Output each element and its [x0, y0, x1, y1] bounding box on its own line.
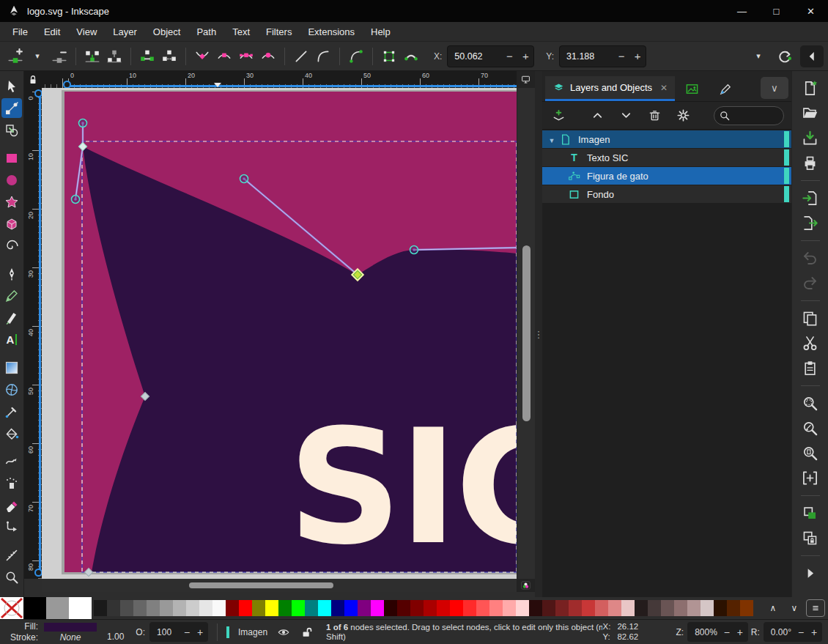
swatch-#453939[interactable] — [648, 600, 661, 616]
more-tools-button[interactable] — [799, 563, 821, 583]
tab-export[interactable] — [675, 76, 709, 101]
swatch-#ffd5d5[interactable] — [516, 600, 529, 616]
segment-curve-button[interactable] — [312, 45, 334, 67]
layer-row-fondo[interactable]: Fondo — [542, 185, 791, 203]
y-increment-button[interactable]: + — [629, 46, 646, 67]
edit-cut-button[interactable] — [799, 333, 821, 353]
document-print-button[interactable] — [799, 153, 821, 173]
horizontal-scrollbar[interactable] — [42, 579, 517, 592]
zoom-drawing-button[interactable] — [799, 418, 821, 438]
join-nodes-button[interactable] — [81, 45, 103, 67]
layer-row-figura-de-gato[interactable]: Figura de gato — [542, 167, 791, 185]
document-new-button[interactable] — [799, 78, 821, 98]
swatch-#999999[interactable] — [46, 597, 69, 619]
swatch-#008080[interactable] — [305, 600, 318, 616]
tool-rectangle[interactable] — [1, 148, 22, 168]
swatch-#803300[interactable] — [740, 600, 753, 616]
tool-calligraphy[interactable] — [1, 308, 22, 327]
swatch-#ff0000[interactable] — [239, 600, 252, 616]
x-decrement-button[interactable]: − — [501, 46, 517, 67]
expander-caret-icon[interactable]: ▼ — [545, 134, 558, 145]
swatch-#b19494[interactable] — [687, 600, 701, 616]
zoom-page-button[interactable] — [799, 443, 821, 463]
panel-resize-handle[interactable]: ⋮ — [535, 71, 542, 597]
zoom-value[interactable]: 800% — [689, 627, 720, 637]
swatch-#ffff00[interactable] — [265, 600, 278, 616]
swatch-#800080[interactable] — [358, 600, 371, 616]
zoom-input[interactable]: 800% − + — [687, 622, 748, 642]
menu-path[interactable]: Path — [188, 23, 224, 40]
tool-shape-builder[interactable] — [1, 120, 22, 140]
layer-color-tag[interactable] — [784, 168, 789, 184]
swatch-#ff8080[interactable] — [489, 600, 503, 616]
menu-layer[interactable]: Layer — [105, 23, 145, 40]
rotation-decrement-button[interactable]: − — [794, 626, 807, 638]
tool-node-editor[interactable] — [1, 98, 22, 118]
swatch-#1a1a1a[interactable] — [94, 600, 107, 616]
y-decrement-button[interactable]: − — [613, 46, 629, 67]
tab-layers-and-objects[interactable]: Layers and Objects ✕ — [545, 76, 675, 101]
x-increment-button[interactable]: + — [517, 46, 533, 67]
swatch-#d5c6c6[interactable] — [701, 600, 714, 616]
swatch-#ffaaaa[interactable] — [503, 600, 516, 616]
lower-layer-button[interactable] — [618, 107, 635, 125]
snap-controls-button[interactable] — [774, 45, 796, 67]
delete-layer-button[interactable] — [646, 107, 664, 125]
dock-tab-menu-chevron-icon[interactable]: ∨ — [761, 77, 788, 99]
tab-fill-and-stroke[interactable] — [709, 76, 742, 101]
zoom-center-button[interactable] — [799, 468, 821, 488]
vertical-scrollbar-thumb[interactable] — [522, 245, 531, 421]
tool-box-3d[interactable] — [1, 214, 22, 234]
menu-view[interactable]: View — [68, 23, 105, 40]
document-open-button[interactable] — [799, 103, 821, 123]
clone-button[interactable] — [799, 528, 821, 548]
swatch-#ff5555[interactable] — [476, 600, 489, 616]
swatch-#ff2a2a[interactable] — [463, 600, 476, 616]
sic-text-object[interactable]: SIC — [288, 396, 517, 579]
layer-color-tag[interactable] — [784, 149, 789, 166]
tool-text[interactable]: A — [1, 330, 22, 349]
tool-zoom[interactable] — [1, 567, 22, 587]
tool-dropper[interactable] — [1, 401, 22, 421]
swatch-#333333[interactable] — [107, 600, 120, 616]
swatch-#00ff00[interactable] — [292, 600, 305, 616]
horizontal-ruler[interactable]: 010203040506070 — [42, 71, 517, 88]
vertical-ruler[interactable]: 01020304050607080 — [24, 88, 42, 579]
layer-settings-button[interactable] — [675, 107, 692, 125]
swatch-#000080[interactable] — [331, 600, 344, 616]
swatch-#808000[interactable] — [252, 600, 265, 616]
tool-ellipse[interactable] — [1, 170, 22, 190]
node-auto-button[interactable] — [257, 45, 279, 67]
menu-extensions[interactable]: Extensions — [300, 23, 363, 40]
maximize-button[interactable]: □ — [759, 0, 794, 22]
swatch-#c83737[interactable] — [582, 600, 595, 616]
edit-paste-button[interactable] — [799, 358, 821, 378]
swatch-#000000[interactable] — [23, 597, 46, 619]
swatch-#e6e6e6[interactable] — [199, 600, 212, 616]
tab-close-icon[interactable]: ✕ — [660, 83, 668, 93]
swatch-#ffffff[interactable] — [69, 597, 92, 619]
collapse-dialogs-button[interactable] — [800, 45, 824, 67]
swatch-#ff00ff[interactable] — [371, 600, 384, 616]
swatch-#d40000[interactable] — [437, 600, 450, 616]
swatch-#aa0000[interactable] — [424, 600, 437, 616]
tool-connector[interactable] — [1, 517, 22, 537]
tool-gradient[interactable] — [1, 358, 22, 377]
insert-node-menu-button[interactable]: ▾ — [26, 45, 48, 67]
zoom-increment-button[interactable]: + — [733, 626, 747, 638]
swatch-#a02c2c[interactable] — [569, 600, 582, 616]
tool-measure[interactable] — [1, 545, 22, 565]
raise-layer-button[interactable] — [589, 107, 607, 125]
drawing-canvas[interactable]: SIC — [42, 88, 517, 579]
swatch-#280b0b[interactable] — [529, 600, 542, 616]
swatch-#4d4d4d[interactable] — [120, 600, 133, 616]
color-managed-display-icon[interactable] — [517, 579, 535, 592]
swatch-none[interactable] — [0, 597, 23, 619]
x-input[interactable]: 50.062 − + — [447, 45, 534, 67]
swatch-#782121[interactable] — [555, 600, 569, 616]
swatch-#0000ff[interactable] — [344, 600, 358, 616]
menu-object[interactable]: Object — [145, 23, 189, 40]
tool-tweak[interactable] — [1, 451, 22, 471]
swatch-#f9f9f9[interactable] — [212, 600, 226, 616]
segment-line-button[interactable] — [290, 45, 312, 67]
